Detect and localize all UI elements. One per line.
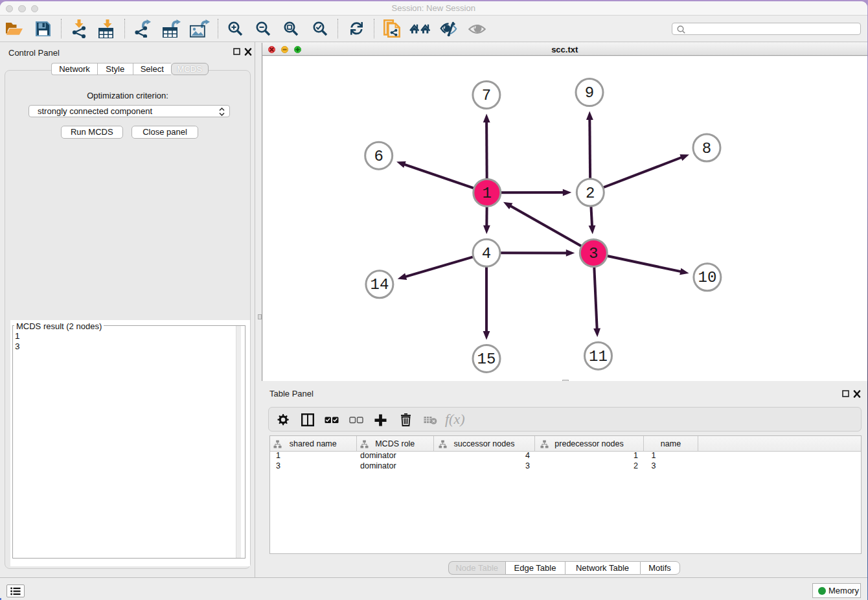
svg-text:1: 1 [483, 185, 492, 202]
svg-text:8: 8 [702, 140, 711, 157]
svg-text:7: 7 [482, 87, 491, 104]
svg-text:10: 10 [698, 269, 716, 286]
svg-text:14: 14 [370, 276, 389, 294]
svg-text:11: 11 [589, 348, 608, 365]
svg-text:4: 4 [482, 245, 491, 262]
svg-text:3: 3 [589, 245, 598, 262]
svg-text:2: 2 [586, 185, 595, 202]
svg-text:9: 9 [585, 84, 594, 102]
svg-text:6: 6 [374, 148, 383, 165]
svg-text:15: 15 [477, 351, 496, 368]
